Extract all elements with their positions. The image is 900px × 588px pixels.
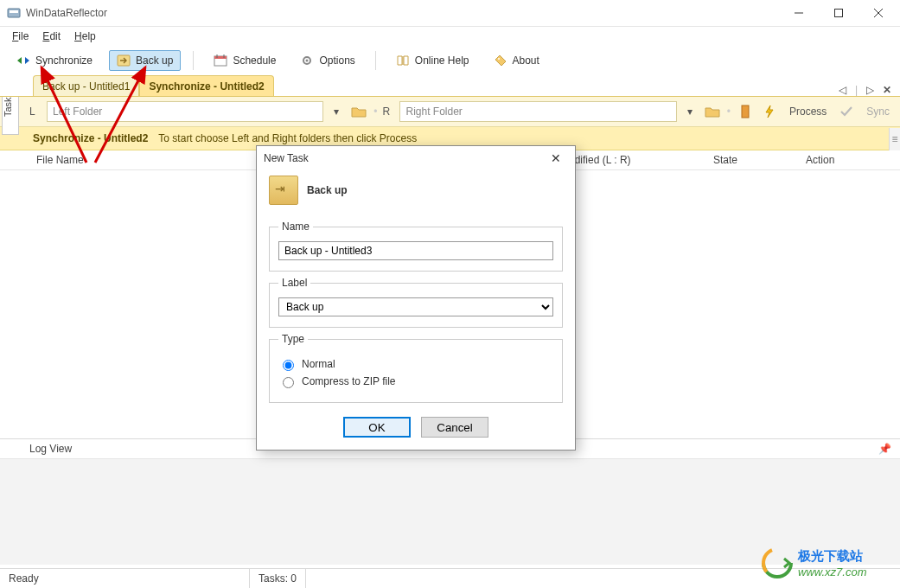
- online-help-label: Online Help: [415, 54, 469, 67]
- svg-rect-3: [835, 10, 843, 17]
- app-icon: [7, 6, 21, 20]
- titlebar: WinDataReflector: [0, 0, 900, 27]
- col-modified[interactable]: Modified (L : R): [553, 150, 706, 169]
- status-ready: Ready: [0, 569, 250, 588]
- menu-edit[interactable]: Edit: [35, 29, 67, 44]
- col-action[interactable]: Action: [799, 150, 900, 169]
- new-task-dialog: New Task ✕ Back up Name Label Back up Ty…: [256, 145, 576, 451]
- right-label: R: [382, 105, 394, 118]
- right-folder-input[interactable]: Right Folder: [399, 101, 676, 122]
- watermark: 极光下载站 www.xz7.com: [758, 541, 897, 585]
- label-legend: Label: [278, 277, 310, 289]
- close-button[interactable]: [859, 0, 898, 26]
- label-fieldset: Label Back up: [269, 277, 563, 328]
- sync-label: Sync: [866, 105, 890, 118]
- backup-button[interactable]: Back up: [109, 50, 181, 71]
- info-message: To start choose Left and Right folders t…: [158, 132, 417, 144]
- calendar-icon: [214, 54, 227, 67]
- radio-normal[interactable]: [283, 360, 294, 371]
- window-title: WinDataReflector: [26, 7, 107, 19]
- radio-zip[interactable]: [283, 377, 294, 388]
- gear-icon: [300, 54, 314, 67]
- schedule-button[interactable]: Schedule: [206, 50, 284, 71]
- menu-file[interactable]: File: [5, 29, 35, 44]
- task-name-input[interactable]: [278, 241, 553, 260]
- tab-synchronize-untitled2[interactable]: Synchronize - Untitled2: [139, 75, 273, 96]
- sync-button[interactable]: Sync: [861, 104, 895, 119]
- placeholder: Right Folder: [405, 105, 462, 118]
- name-fieldset: Name: [269, 220, 563, 272]
- backup-large-icon: [269, 176, 298, 205]
- dialog-heading: Back up: [307, 184, 348, 196]
- tab-label: Back up - Untitled1: [42, 80, 130, 93]
- about-button[interactable]: About: [486, 50, 547, 71]
- folder-bar: L Left Folder ▾ • R Right Folder ▾ • Pro…: [0, 97, 900, 127]
- svg-text:极光下载站: 极光下载站: [797, 548, 863, 563]
- tab-next-icon[interactable]: ▷: [865, 84, 876, 96]
- menubar: File Edit Help: [0, 27, 900, 46]
- left-dropdown-icon[interactable]: ▾: [329, 102, 344, 121]
- dialog-title: New Task: [264, 152, 309, 164]
- check-icon: [837, 102, 856, 121]
- book-icon: [396, 54, 410, 67]
- type-zip-radio[interactable]: Compress to ZIP file: [278, 374, 553, 388]
- svg-text:www.xz7.com: www.xz7.com: [798, 566, 867, 578]
- left-label: L: [29, 105, 41, 118]
- placeholder: Left Folder: [53, 105, 102, 118]
- tab-backup-untitled1[interactable]: Back up - Untitled1: [33, 75, 139, 96]
- left-folder-input[interactable]: Left Folder: [47, 101, 323, 122]
- name-legend: Name: [278, 220, 313, 233]
- tab-sep: |: [853, 84, 859, 96]
- tab-prev-icon[interactable]: ◁: [837, 84, 848, 96]
- synchronize-label: Synchronize: [35, 54, 93, 67]
- separator: [193, 51, 194, 70]
- separator: [375, 51, 376, 70]
- tab-label: Synchronize - Untitled2: [149, 80, 264, 93]
- pin-icon[interactable]: 📌: [878, 443, 891, 455]
- left-browse-icon[interactable]: [349, 102, 368, 121]
- maximize-button[interactable]: [819, 0, 859, 26]
- tag-icon: [494, 54, 507, 67]
- info-title: Synchronize - Untitled2: [33, 132, 148, 144]
- right-dropdown-icon[interactable]: ▾: [682, 102, 698, 121]
- tab-close-icon[interactable]: ✕: [881, 84, 893, 96]
- task-label-select[interactable]: Back up: [278, 297, 553, 316]
- rules-icon[interactable]: [736, 102, 755, 121]
- right-browse-icon[interactable]: [703, 102, 722, 121]
- sync-icon: [16, 54, 30, 67]
- toolbar: Synchronize Back up Schedule Options Onl…: [0, 46, 900, 75]
- status-tasks: Tasks: 0: [250, 569, 306, 588]
- type-normal-radio[interactable]: Normal: [278, 357, 553, 371]
- options-button[interactable]: Options: [292, 50, 362, 71]
- menu-help[interactable]: Help: [67, 29, 103, 44]
- svg-rect-15: [742, 105, 749, 118]
- svg-rect-1: [10, 10, 18, 13]
- svg-point-14: [498, 58, 500, 60]
- options-label: Options: [319, 54, 354, 67]
- radio-normal-label: Normal: [302, 358, 335, 370]
- radio-zip-label: Compress to ZIP file: [302, 375, 395, 387]
- minimize-button[interactable]: [779, 0, 819, 26]
- process-label: Process: [789, 105, 827, 118]
- svg-rect-8: [214, 56, 227, 59]
- lightning-icon[interactable]: [760, 102, 779, 121]
- online-help-button[interactable]: Online Help: [388, 50, 477, 71]
- cancel-button[interactable]: Cancel: [421, 417, 488, 438]
- process-button[interactable]: Process: [784, 104, 832, 119]
- col-state[interactable]: State: [706, 150, 799, 169]
- synchronize-button[interactable]: Synchronize: [9, 50, 100, 71]
- about-label: About: [513, 54, 539, 67]
- ok-button[interactable]: OK: [343, 417, 411, 438]
- log-view-title: Log View: [29, 443, 72, 455]
- backup-icon: [117, 54, 131, 67]
- svg-point-12: [306, 60, 309, 62]
- type-legend: Type: [278, 333, 308, 345]
- side-menu-icon[interactable]: ≡: [889, 128, 900, 150]
- type-fieldset: Type Normal Compress to ZIP file: [269, 333, 563, 403]
- schedule-label: Schedule: [233, 54, 276, 67]
- dialog-close-icon[interactable]: ✕: [544, 149, 568, 168]
- document-tabs: Back up - Untitled1 Synchronize - Untitl…: [0, 75, 900, 97]
- backup-label: Back up: [136, 54, 173, 67]
